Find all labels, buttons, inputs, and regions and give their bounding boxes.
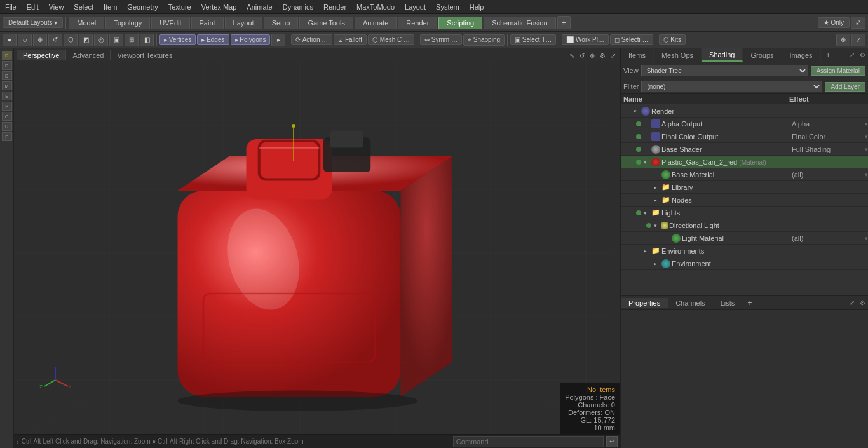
tb2-extra1[interactable]: ▣	[109, 34, 123, 46]
props-tab-properties[interactable]: Properties	[621, 298, 668, 308]
tb2-extra3[interactable]: ◧	[140, 34, 154, 46]
rp-settings-icon[interactable]: ⚙	[857, 50, 868, 60]
menu-animate[interactable]: Animate	[241, 2, 277, 12]
tab-uvedit[interactable]: UVEdit	[151, 17, 189, 29]
tb2-hex-icon[interactable]: ⬡	[64, 34, 78, 46]
tb2-rotate-icon[interactable]: ↺	[48, 34, 62, 46]
tree-row-final-color[interactable]: Final Color Output Final Color ▾	[621, 130, 868, 143]
falloff-button[interactable]: ⊿ Falloff	[334, 34, 367, 45]
viewport-3d[interactable]: X Y Z No Items Polygons : Face Channels:…	[14, 62, 620, 434]
tab-render[interactable]: Render	[398, 17, 437, 29]
menu-geometry[interactable]: Geometry	[122, 2, 163, 12]
vertices-button[interactable]: ▸ Vertices	[159, 34, 196, 45]
tb2-split-icon[interactable]: ◩	[79, 34, 93, 46]
tree-row-base-material[interactable]: Base Material (all) ▾	[621, 168, 868, 181]
ls-btn-2[interactable]: D	[2, 61, 12, 70]
tree-row-gas-can[interactable]: ▾ Plastic_Gas_Can_2_red (Material)	[621, 156, 868, 168]
vis-icon-lights[interactable]	[634, 208, 644, 218]
ls-btn-1[interactable]: D	[2, 51, 12, 60]
command-input[interactable]	[453, 436, 604, 447]
menu-dynamics[interactable]: Dynamics	[278, 2, 318, 12]
work-pl-button[interactable]: ⬜ Work Pl…	[562, 34, 609, 45]
expand-environment[interactable]: ▸	[654, 261, 660, 267]
vp-orbit-icon[interactable]: ↺	[578, 51, 587, 60]
tab-model[interactable]: Model	[69, 17, 104, 29]
menu-system[interactable]: System	[431, 2, 465, 12]
filter-dropdown[interactable]: (none)	[641, 81, 822, 92]
ls-btn-3[interactable]: D	[2, 71, 12, 80]
tb2-ring-icon[interactable]: ◎	[94, 34, 108, 46]
tab-game-tools[interactable]: Game Tools	[299, 17, 353, 29]
tab-schematic-fusion[interactable]: Schematic Fusion	[484, 17, 555, 29]
menu-item[interactable]: Item	[98, 2, 122, 12]
menu-layout[interactable]: Layout	[400, 2, 431, 12]
mesh-button[interactable]: ⬡ Mesh C …	[368, 34, 414, 45]
view-dropdown[interactable]: Shader Tree	[641, 65, 808, 76]
action-button[interactable]: ⟳ Action …	[291, 34, 332, 45]
vp-zoom-icon[interactable]: ⊕	[588, 51, 597, 60]
menu-file[interactable]: File	[0, 2, 22, 12]
menu-texture[interactable]: Texture	[163, 2, 196, 12]
tb2-extra2[interactable]: ⊞	[125, 34, 139, 46]
rp-tab-groups[interactable]: Groups	[743, 48, 782, 62]
tb2-target-icon[interactable]: ⊕	[33, 34, 47, 46]
tb2-add-icon[interactable]: ⊕	[836, 34, 850, 46]
props-tab-lists[interactable]: Lists	[713, 298, 743, 308]
menu-view[interactable]: View	[44, 2, 69, 12]
tree-row-light-mat[interactable]: Light Material (all) ▾	[621, 232, 868, 245]
expand-render[interactable]: ▾	[634, 108, 640, 114]
tab-animate[interactable]: Animate	[355, 17, 397, 29]
vis-icon-light-mat[interactable]	[654, 233, 664, 243]
polygons-button[interactable]: ▸ Polygons	[231, 34, 271, 45]
tree-row-library[interactable]: ▸ 📁 Library	[621, 181, 868, 194]
props-tab-channels[interactable]: Channels	[668, 298, 712, 308]
tab-paint[interactable]: Paint	[191, 17, 224, 29]
rp-tab-shading[interactable]: Shading	[702, 48, 743, 62]
tree-row-alpha[interactable]: Alpha Output Alpha ▾	[621, 118, 868, 130]
vis-icon-base-shader[interactable]	[634, 144, 644, 154]
props-settings-icon[interactable]: ⚙	[857, 298, 868, 308]
ls-btn-7[interactable]: C	[2, 112, 12, 121]
vis-icon-dir-light[interactable]	[644, 221, 654, 231]
vp-move-icon[interactable]: ⤡	[567, 51, 576, 60]
tab-setup[interactable]: Setup	[264, 17, 299, 29]
menu-select[interactable]: Select	[69, 2, 98, 12]
ls-btn-9[interactable]: F	[2, 132, 12, 141]
menu-help[interactable]: Help	[465, 2, 489, 12]
expand-nodes[interactable]: ▸	[654, 197, 660, 203]
symm-button[interactable]: ⇔ Symm …	[420, 34, 462, 45]
tab-layout[interactable]: Layout	[225, 17, 262, 29]
select-t-button[interactable]: ▣ Select T…	[510, 34, 556, 45]
ls-btn-4[interactable]: M	[2, 81, 12, 90]
tree-row-render[interactable]: ▾ Render	[621, 105, 868, 118]
expand-gas-can[interactable]: ▾	[644, 159, 650, 165]
vp-expand-icon[interactable]: ⤢	[609, 51, 618, 60]
menu-edit[interactable]: Edit	[22, 2, 44, 12]
tb2-maximize-icon[interactable]: ⤢	[851, 34, 865, 46]
ls-btn-6[interactable]: P	[2, 102, 12, 111]
maximize-workspace-button[interactable]: ⤢	[851, 17, 865, 29]
add-layer-button[interactable]: Add Layer	[825, 82, 865, 92]
tb2-bullet-icon[interactable]: ●	[3, 34, 17, 46]
kits-button[interactable]: ⬡ Kits	[659, 34, 686, 45]
expand-library[interactable]: ▸	[654, 184, 660, 191]
props-expand-icon[interactable]: ⤢	[847, 298, 857, 308]
expand-environments[interactable]: ▸	[644, 248, 650, 254]
snapping-button[interactable]: ⌖ Snapping	[463, 34, 505, 46]
layout-dropdown[interactable]: Default Layouts ▾	[3, 17, 63, 28]
ls-btn-8[interactable]: U	[2, 122, 12, 131]
command-submit-button[interactable]: ↵	[606, 436, 618, 447]
vp-tab-advanced[interactable]: Advanced	[66, 50, 111, 60]
assign-material-button[interactable]: Assign Material	[811, 66, 865, 76]
vp-tab-textures[interactable]: Viewport Textures	[111, 50, 179, 60]
vp-settings-icon[interactable]: ⚙	[598, 51, 607, 60]
vis-icon-alpha[interactable]	[634, 119, 644, 129]
menu-vertex-map[interactable]: Vertex Map	[196, 2, 242, 12]
tree-row-lights[interactable]: ▾ 📁 Lights	[621, 207, 868, 219]
tab-scripting[interactable]: Scripting	[438, 17, 482, 29]
rp-tab-add[interactable]: +	[821, 49, 836, 61]
tab-topology[interactable]: Topology	[105, 17, 150, 29]
edges-button[interactable]: ▸ Edges	[197, 34, 229, 45]
menu-render[interactable]: Render	[318, 2, 351, 12]
expand-dir-light[interactable]: ▾	[654, 222, 660, 229]
